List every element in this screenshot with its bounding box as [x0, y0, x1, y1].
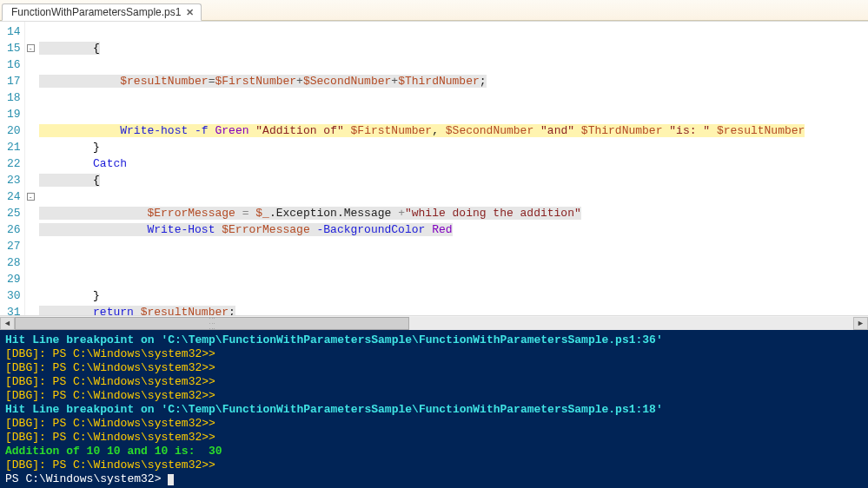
scroll-right-arrow-icon[interactable]: ► — [853, 317, 868, 330]
console-line: [DBG]: PS C:\Windows\system32>> — [5, 431, 863, 445]
console-line: [DBG]: PS C:\Windows\system32>> — [5, 375, 863, 389]
tab-bar: FunctionWithParametersSample.ps1 ✕ — [0, 0, 868, 21]
console-line: Addition of 10 10 and 10 is: 30 — [5, 445, 863, 458]
console-line: [DBG]: PS C:\Windows\system32>> — [5, 361, 863, 375]
console-line: Hit Line breakpoint on 'C:\Temp\Function… — [5, 403, 863, 417]
cursor-icon — [168, 474, 174, 485]
tab-close-icon[interactable]: ✕ — [186, 7, 194, 18]
code-text[interactable]: { $resultNumber=$FirstNumber+$SecondNumb… — [37, 22, 868, 315]
console-line: [DBG]: PS C:\Windows\system32>> — [5, 417, 863, 431]
console-line: [DBG]: PS C:\Windows\system32>> — [5, 389, 863, 403]
scroll-track[interactable] — [15, 317, 853, 330]
editor-area: 14 15 16 17 18 19 20 21 22 23 24 25 26 2… — [0, 21, 868, 330]
console-line: [DBG]: PS C:\Windows\system32>> — [5, 347, 863, 361]
fold-toggle-icon[interactable]: - — [27, 193, 35, 201]
console-line: Hit Line breakpoint on 'C:\Temp\Function… — [5, 333, 863, 347]
horizontal-scrollbar[interactable]: ◄ ► — [0, 315, 868, 330]
fold-column: -- — [25, 22, 37, 315]
code-pane[interactable]: 14 15 16 17 18 19 20 21 22 23 24 25 26 2… — [0, 22, 868, 315]
tab-filename: FunctionWithParametersSample.ps1 — [11, 6, 181, 18]
line-number-gutter: 14 15 16 17 18 19 20 21 22 23 24 25 26 2… — [0, 22, 25, 315]
file-tab[interactable]: FunctionWithParametersSample.ps1 ✕ — [2, 3, 202, 21]
scroll-thumb[interactable] — [15, 317, 409, 330]
fold-toggle-icon[interactable]: - — [27, 44, 35, 52]
console-line: PS C:\Windows\system32> — [5, 472, 863, 486]
scroll-left-arrow-icon[interactable]: ◄ — [0, 317, 15, 330]
console-line: [DBG]: PS C:\Windows\system32>> — [5, 458, 863, 472]
console-pane[interactable]: Hit Line breakpoint on 'C:\Temp\Function… — [0, 330, 868, 488]
